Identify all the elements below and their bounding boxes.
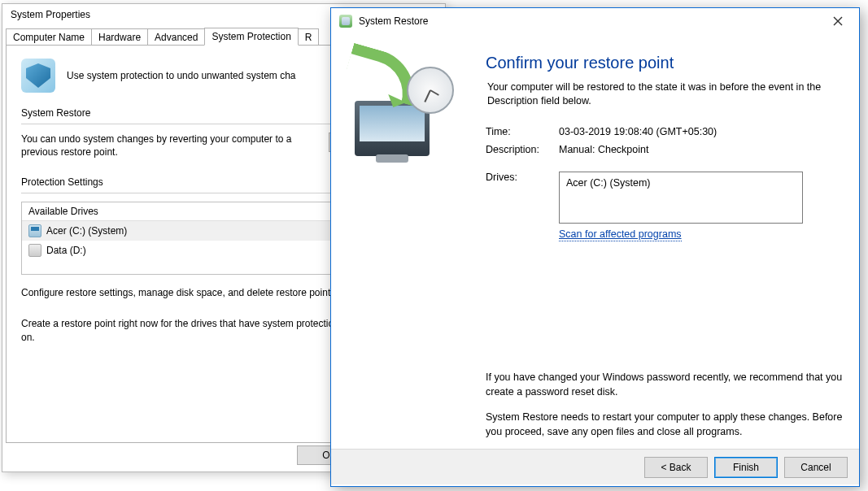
finish-button[interactable]: Finish xyxy=(714,457,778,478)
system-restore-window: System Restore Confirm your restore poin… xyxy=(330,7,860,487)
description-label: Description: xyxy=(486,144,559,155)
restart-warning: System Restore needs to restart your com… xyxy=(486,411,843,439)
close-icon xyxy=(833,16,843,26)
system-protection-shield-icon xyxy=(21,59,55,93)
system-restore-title: System Restore xyxy=(359,15,428,27)
system-restore-titlebar: System Restore xyxy=(331,8,859,34)
wizard-side-panel xyxy=(331,34,478,449)
scan-affected-programs-link[interactable]: Scan for affected programs xyxy=(559,228,682,241)
drive-icon xyxy=(28,224,41,237)
time-label: Time: xyxy=(486,126,559,137)
tab-system-protection[interactable]: System Protection xyxy=(204,28,298,46)
system-restore-description: You can undo system changes by reverting… xyxy=(21,133,316,159)
drive-icon xyxy=(28,244,41,257)
col-available-drives: Available Drives xyxy=(22,202,328,220)
drives-label: Drives: xyxy=(486,172,559,183)
drive-name: Data (D:) xyxy=(46,245,86,256)
confirm-restore-heading: Confirm your restore point xyxy=(486,54,843,72)
wizard-footer: < Back Finish Cancel xyxy=(331,449,859,484)
description-value: Manual: Checkpoint xyxy=(559,144,648,155)
confirm-restore-subtext: Your computer will be restored to the st… xyxy=(486,80,843,108)
drives-value: Acer (C:) (System) xyxy=(566,177,650,189)
tab-remote[interactable]: R xyxy=(298,28,320,46)
drives-list: Acer (C:) (System) xyxy=(559,172,803,224)
back-button[interactable]: < Back xyxy=(644,457,708,478)
system-restore-app-icon xyxy=(339,15,352,28)
create-restore-point-description: Create a restore point right now for the… xyxy=(21,317,380,343)
tab-hardware[interactable]: Hardware xyxy=(91,28,148,46)
drive-name: Acer (C:) (System) xyxy=(46,225,127,237)
wizard-main-panel: Confirm your restore point Your computer… xyxy=(478,34,859,449)
tab-computer-name[interactable]: Computer Name xyxy=(6,28,92,46)
password-reset-warning: If you have changed your Windows passwor… xyxy=(486,371,843,399)
cancel-button[interactable]: Cancel xyxy=(784,457,848,478)
configure-description: Configure restore settings, manage disk … xyxy=(21,286,375,299)
close-button[interactable] xyxy=(822,11,854,31)
tab-advanced[interactable]: Advanced xyxy=(147,28,205,46)
time-value: 03-03-2019 19:08:40 (GMT+05:30) xyxy=(559,126,717,137)
system-restore-large-icon xyxy=(351,60,457,158)
system-protection-intro-text: Use system protection to undo unwanted s… xyxy=(67,70,295,81)
